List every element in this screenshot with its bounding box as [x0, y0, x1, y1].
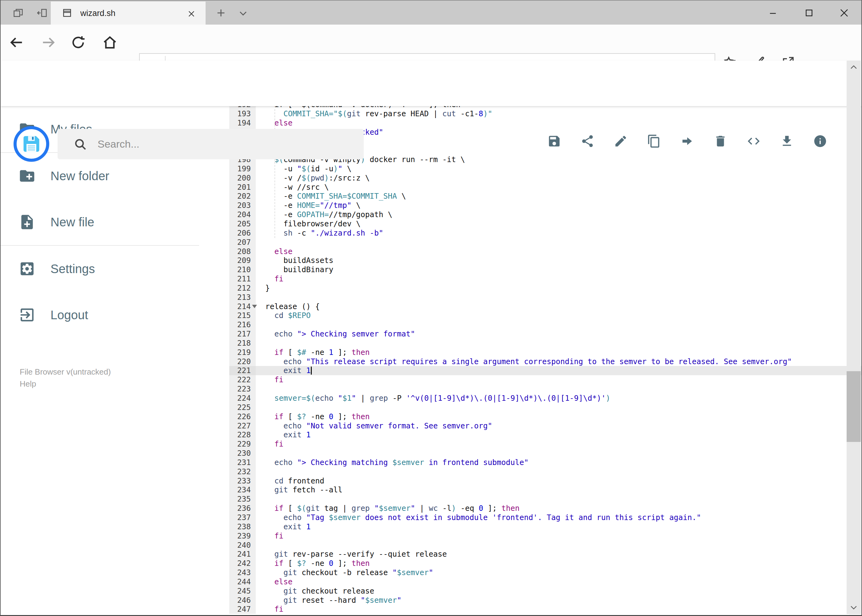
code-line-240[interactable]: 240: [229, 541, 862, 550]
line-number: 224: [229, 394, 256, 403]
code-line-245[interactable]: 245 git checkout release: [229, 586, 862, 596]
code-line-220[interactable]: 220 echo "This release script requires a…: [229, 357, 862, 366]
tab-bar: wizard.sh: [1, 0, 861, 25]
chevron-up-icon: [849, 63, 858, 72]
sidebar-item-new-file[interactable]: New file: [1, 199, 229, 245]
code-line-193[interactable]: 193 COMMIT_SHA="$(git rev-parse HEAD | c…: [229, 109, 862, 118]
code-line-207[interactable]: 207: [229, 238, 862, 247]
code-line-224[interactable]: 224 semver=$(echo "$1" | grep -P '^v(0|[…: [229, 394, 862, 403]
code-line-199[interactable]: 199 -u "$(id -u)" \: [229, 164, 862, 173]
code-line-204[interactable]: 204 -e GOPATH=//tmp/gopath \: [229, 210, 862, 219]
code-line-239[interactable]: 239 fi: [229, 531, 862, 541]
code-line-230[interactable]: 230: [229, 449, 862, 458]
code-line-241[interactable]: 241 git rev-parse --verify --quiet relea…: [229, 550, 862, 559]
back-button[interactable]: [4, 30, 29, 55]
maximize-button[interactable]: [797, 5, 821, 21]
line-number: 246: [229, 596, 256, 605]
code-line-228[interactable]: 228 exit 1: [229, 430, 862, 440]
minimize-button[interactable]: [761, 5, 786, 21]
new-file-icon: [19, 214, 36, 231]
code-line-225[interactable]: 225: [229, 403, 862, 412]
code-line-210[interactable]: 210 buildBinary: [229, 265, 862, 274]
save-button[interactable]: [547, 134, 562, 149]
refresh-button[interactable]: [66, 30, 90, 55]
code-line-234[interactable]: 234 git fetch --all: [229, 485, 862, 495]
forward-button[interactable]: [36, 30, 61, 55]
download-button[interactable]: [780, 134, 794, 149]
code-line-229[interactable]: 229 fi: [229, 440, 862, 449]
code-line-218[interactable]: 218: [229, 339, 862, 348]
rename-button[interactable]: [613, 134, 628, 149]
tab-preview-button[interactable]: [5, 1, 32, 25]
code-line-232[interactable]: 232: [229, 467, 862, 476]
code-line-227[interactable]: 227 echo "Not valid semver format. See s…: [229, 421, 862, 431]
filebrowser-logo[interactable]: [14, 126, 49, 162]
home-button[interactable]: [98, 30, 122, 55]
line-number: 210: [229, 265, 256, 274]
code-line-231[interactable]: 231 echo "> Checking matching $semver in…: [229, 458, 862, 467]
code-line-238[interactable]: 238 exit 1: [229, 522, 862, 531]
code-line-201[interactable]: 201 -w //src \: [229, 183, 862, 192]
code-line-203[interactable]: 203 -e HOME="//tmp" \: [229, 201, 862, 210]
search-input[interactable]: [98, 138, 344, 150]
scrollbar-thumb[interactable]: [846, 371, 861, 442]
plus-icon: [216, 8, 226, 18]
code-line-243[interactable]: 243 git checkout -b release "$semver": [229, 568, 862, 577]
info-button[interactable]: [813, 134, 827, 149]
code-line-222[interactable]: 222 fi: [229, 375, 862, 384]
download-icon: [780, 134, 794, 148]
tab-close-button[interactable]: [186, 8, 197, 19]
code-line-216[interactable]: 216: [229, 320, 862, 329]
code-line-213[interactable]: 213: [229, 293, 862, 302]
code-line-246[interactable]: 246 git reset --hard "$semver": [229, 596, 862, 605]
delete-button[interactable]: [713, 134, 728, 149]
code-line-202[interactable]: 202 -e COMMIT_SHA=$COMMIT_SHA \: [229, 192, 862, 201]
move-button[interactable]: [680, 134, 695, 149]
share-button[interactable]: [580, 134, 595, 149]
fold-marker-icon[interactable]: [252, 305, 257, 308]
copy-button[interactable]: [646, 134, 661, 149]
scroll-up-button[interactable]: [846, 61, 861, 74]
line-number: 204: [229, 210, 256, 219]
code-line-209[interactable]: 209 buildAssets: [229, 256, 862, 265]
code-text: exit 1: [256, 430, 862, 440]
code-line-235[interactable]: 235: [229, 495, 862, 504]
code-line-237[interactable]: 237 echo "Tag $semver does not exist in …: [229, 513, 862, 522]
sidebar-item-settings[interactable]: Settings: [1, 246, 229, 292]
code-line-219[interactable]: 219 if [ $# -ne 1 ]; then: [229, 348, 862, 357]
code-line-217[interactable]: 217 echo "> Checking semver format": [229, 329, 862, 339]
window-close-button[interactable]: [832, 5, 856, 21]
code-line-247[interactable]: 247 fi: [229, 605, 862, 614]
code-line-200[interactable]: 200 -v /$(pwd):/src:z \: [229, 173, 862, 183]
source-code-button[interactable]: [746, 134, 761, 149]
code-line-233[interactable]: 233 cd frontend: [229, 476, 862, 486]
code-line-215[interactable]: 215 cd $REPO: [229, 311, 862, 320]
scroll-down-button[interactable]: [846, 600, 861, 614]
code-line-194[interactable]: 194 else: [229, 118, 862, 127]
code-line-226[interactable]: 226 if [ $? -ne 0 ]; then: [229, 412, 862, 421]
search-bar[interactable]: [58, 129, 364, 159]
code-line-244[interactable]: 244 else: [229, 577, 862, 586]
code-line-221[interactable]: 221 exit 1: [229, 366, 862, 375]
code-line-208[interactable]: 208 else: [229, 247, 862, 256]
page-scrollbar[interactable]: [846, 61, 861, 614]
code-line-214[interactable]: 214release () {: [229, 302, 862, 311]
help-link[interactable]: Help: [20, 378, 111, 390]
code-line-205[interactable]: 205 filebrowser/dev \: [229, 219, 862, 228]
code-text: exit 1: [256, 366, 862, 375]
code-line-192[interactable]: 192 if [ "$(command -v docker)" != "" ];…: [229, 106, 862, 109]
sidebar-item-logout[interactable]: Logout: [1, 292, 229, 338]
chevron-down-icon: [849, 603, 858, 612]
code-line-223[interactable]: 223: [229, 384, 862, 394]
code-line-236[interactable]: 236 if [ $(git tag | grep "$semver" | wc…: [229, 504, 862, 513]
tab-list-button[interactable]: [235, 7, 251, 19]
code-line-206[interactable]: 206 sh -c "./wizard.sh -b": [229, 228, 862, 238]
code-line-212[interactable]: 212}: [229, 284, 862, 293]
line-number: 243: [229, 568, 256, 577]
new-tab-button[interactable]: [212, 6, 230, 20]
sidebar-item-label: Settings: [50, 262, 95, 276]
browser-tab[interactable]: wizard.sh: [51, 2, 206, 25]
code-line-242[interactable]: 242 if [ $? -ne 0 ]; then: [229, 559, 862, 568]
code-line-211[interactable]: 211 fi: [229, 274, 862, 284]
code-editor[interactable]: 192 if [ "$(command -v docker)" != "" ];…: [229, 106, 862, 615]
